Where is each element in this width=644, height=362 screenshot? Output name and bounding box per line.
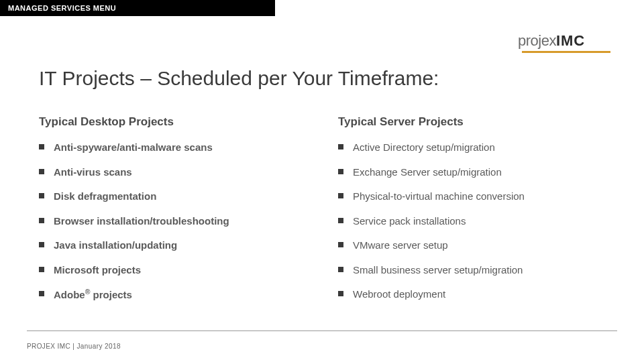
list-item: Browser installation/troubleshooting bbox=[39, 215, 311, 228]
list-item: Disk defragmentation bbox=[39, 190, 311, 203]
list-item: Anti-spyware/anti-malware scans bbox=[39, 141, 311, 154]
logo-part2: IMC bbox=[556, 32, 585, 49]
menu-label: MANAGED SERVICES MENU bbox=[8, 4, 116, 12]
list-item: Java installation/updating bbox=[39, 239, 311, 252]
list-item: Webroot deployment bbox=[338, 288, 610, 301]
menu-bar: MANAGED SERVICES MENU bbox=[0, 0, 275, 16]
column-desktop-heading: Typical Desktop Projects bbox=[39, 115, 311, 129]
server-list: Active Directory setup/migration Exchang… bbox=[338, 141, 610, 301]
list-item: VMware server setup bbox=[338, 239, 610, 252]
list-item: Small business server setup/migration bbox=[338, 263, 610, 277]
list-item: Microsoft projects bbox=[39, 263, 311, 277]
list-item: Anti-virus scans bbox=[39, 166, 311, 179]
logo-accent bbox=[522, 51, 610, 53]
desktop-list: Anti-spyware/anti-malware scans Anti-vir… bbox=[39, 141, 311, 302]
column-server: Typical Server Projects Active Directory… bbox=[338, 115, 610, 313]
page-title: IT Projects – Scheduled per Your Timefra… bbox=[39, 67, 439, 90]
list-item: Service pack installations bbox=[338, 215, 610, 228]
list-item: Active Directory setup/migration bbox=[338, 141, 610, 154]
list-item: Exchange Server setup/migration bbox=[338, 166, 610, 179]
content-columns: Typical Desktop Projects Anti-spyware/an… bbox=[39, 115, 610, 313]
column-server-heading: Typical Server Projects bbox=[338, 115, 610, 129]
list-item: Physical-to-virtual machine conversion bbox=[338, 190, 610, 203]
list-item: Adobe® projects bbox=[39, 288, 311, 302]
column-desktop: Typical Desktop Projects Anti-spyware/an… bbox=[39, 115, 311, 313]
footer-divider bbox=[27, 330, 617, 331]
logo: projexIMC bbox=[518, 32, 610, 53]
footer-text: PROJEX IMC | January 2018 bbox=[27, 343, 121, 350]
logo-part1: projex bbox=[518, 32, 556, 49]
